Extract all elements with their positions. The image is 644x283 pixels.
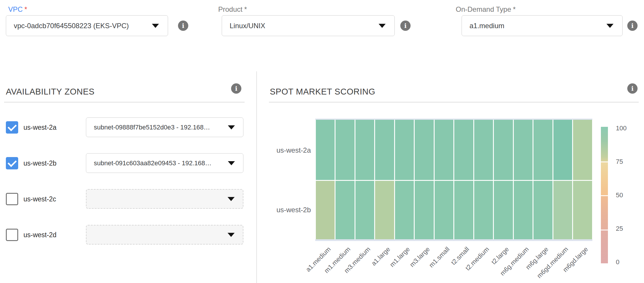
zone-checkbox-us-west-2a[interactable]	[6, 121, 18, 134]
heatmap-cell-us-west-2a-m3.large	[415, 120, 434, 180]
zone-label: us-west-2c	[23, 195, 56, 203]
subnet-select-us-west-2b[interactable]: subnet-091c603aa82e09453 - 192.168…	[86, 153, 243, 173]
colorbar-segment-gap	[601, 161, 608, 162]
heatmap-cell-us-west-2b-m6g.medium	[514, 181, 533, 239]
heatmap-cell-us-west-2b-m3.medium	[355, 181, 374, 239]
zone-checkbox-us-west-2c[interactable]	[6, 193, 18, 205]
heatmap-cell-us-west-2a-m3.medium	[355, 120, 374, 180]
x-axis-label-m1.large: m1.large	[388, 245, 411, 269]
heatmap-cell-us-west-2a-m1.small	[435, 120, 454, 180]
heatmap-cell-us-west-2a-m6g.large	[533, 120, 553, 180]
availability-zones-divider	[4, 102, 245, 102]
heatmap-cell-us-west-2a-t2.medium	[474, 120, 493, 180]
field-label-text: On-Demand Type	[456, 5, 511, 13]
zone-checkbox-us-west-2b[interactable]	[6, 157, 18, 169]
field-select-value: a1.medium	[470, 22, 504, 30]
x-axis-label-m3.large: m3.large	[408, 245, 431, 269]
x-axis-label-m1.small: m1.small	[428, 245, 451, 269]
subnet-select-value: subnet-09888f7be5152d0e3 - 192.168…	[94, 124, 210, 131]
zone-checkbox-us-west-2d[interactable]	[6, 229, 18, 241]
zone-label: us-west-2a	[23, 123, 56, 132]
colorbar-tick-25: 25	[616, 225, 623, 233]
heatmap-cell-us-west-2b-m1.large	[395, 181, 414, 239]
heatmap-cell-us-west-2b-m6gd.large	[573, 181, 592, 239]
subnet-select-us-west-2c[interactable]	[86, 189, 243, 209]
on-demand-type-info-icon[interactable]: i	[627, 21, 638, 31]
heatmap-cell-us-west-2a-t2.large	[494, 120, 513, 180]
product-select[interactable]: Linux/UNIX	[222, 15, 395, 36]
subnet-select-us-west-2a[interactable]: subnet-09888f7be5152d0e3 - 192.168…	[86, 117, 243, 137]
spot-market-scoring-title: SPOT MARKET SCORING	[270, 87, 375, 97]
spot-market-scoring-divider	[269, 102, 639, 102]
field-label: VPC*	[8, 5, 27, 14]
colorbar-tick-75: 75	[616, 158, 623, 166]
caret-down-icon	[228, 197, 235, 201]
heatmap-bottom-edge	[315, 239, 592, 241]
heatmap-cell-us-west-2a-a1.medium	[316, 120, 335, 180]
heatmap-cell-us-west-2b-a1.large	[375, 181, 394, 239]
colorbar	[601, 127, 608, 263]
heatmap-cell-us-west-2a-m6gd.large	[573, 120, 592, 180]
colorbar-tick-0: 0	[616, 258, 619, 266]
subnet-select-value: subnet-091c603aa82e09453 - 192.168…	[94, 159, 211, 167]
caret-down-icon	[228, 161, 235, 165]
field-label: On-Demand Type*	[456, 5, 516, 14]
heatmap-cell-us-west-2a-m6gd.medium	[553, 120, 572, 180]
caret-down-icon	[228, 125, 235, 129]
required-asterisk: *	[513, 5, 516, 13]
field-select-value: vpc-0adcb70f645508223 (EKS-VPC)	[14, 22, 129, 30]
caret-down-icon	[228, 233, 235, 237]
required-asterisk: *	[24, 5, 27, 13]
vertical-section-divider	[256, 71, 257, 283]
spot-configuration-page: AVAILABILITY ZONES i SPOT MARKET SCORING…	[0, 0, 644, 283]
spot-scoring-heatmap	[315, 119, 592, 241]
field-select-value: Linux/UNIX	[230, 22, 265, 30]
vpc-select[interactable]: vpc-0adcb70f645508223 (EKS-VPC)	[6, 15, 168, 36]
heatmap-cell-us-west-2b-m6gd.medium	[553, 181, 572, 239]
required-asterisk: *	[244, 5, 247, 13]
heatmap-cell-us-west-2b-m1.small	[435, 181, 454, 239]
spot-market-scoring-info-icon[interactable]: i	[627, 83, 638, 94]
heatmap-cell-us-west-2b-m6g.large	[533, 181, 553, 239]
heatmap-cell-us-west-2a-a1.large	[375, 120, 394, 180]
heatmap-cell-us-west-2b-t2.large	[494, 181, 513, 239]
heatmap-cell-us-west-2b-t2.small	[454, 181, 473, 239]
colorbar-segment-gap	[601, 230, 608, 230]
zone-label: us-west-2d	[23, 231, 56, 239]
availability-zones-title: AVAILABILITY ZONES	[6, 87, 94, 97]
heatmap-cell-us-west-2a-m1.medium	[335, 120, 355, 180]
subnet-select-us-west-2d[interactable]	[86, 225, 243, 245]
colorbar-tick-100: 100	[616, 124, 627, 132]
field-label: Product*	[218, 5, 247, 14]
heatmap-cell-us-west-2b-t2.medium	[474, 181, 493, 239]
colorbar-segment-gap	[601, 195, 608, 196]
heatmap-cell-us-west-2a-t2.small	[454, 120, 473, 180]
on-demand-type-select[interactable]: a1.medium	[462, 15, 623, 36]
heatmap-cell-us-west-2b-m3.large	[415, 181, 434, 239]
field-label-text: VPC	[8, 5, 23, 13]
vpc-info-icon[interactable]: i	[178, 21, 188, 31]
zone-label: us-west-2b	[23, 159, 56, 167]
availability-zones-info-icon[interactable]: i	[231, 83, 241, 94]
heatmap-cell-us-west-2b-a1.medium	[316, 181, 335, 239]
caret-down-icon	[152, 24, 159, 28]
heatmap-cell-us-west-2b-m1.medium	[335, 181, 355, 239]
colorbar-tick-50: 50	[616, 191, 623, 199]
product-info-icon[interactable]: i	[400, 21, 411, 31]
caret-down-icon	[379, 24, 386, 28]
caret-down-icon	[606, 24, 614, 28]
heatmap-cell-us-west-2a-m6g.medium	[514, 120, 533, 180]
y-axis-label-us-west-2b: us-west-2b	[264, 206, 311, 214]
y-axis-label-us-west-2a: us-west-2a	[264, 146, 311, 154]
heatmap-cell-us-west-2a-m1.large	[395, 120, 414, 180]
field-label-text: Product	[218, 5, 243, 13]
x-axis-label-a1.large: a1.large	[370, 245, 392, 267]
